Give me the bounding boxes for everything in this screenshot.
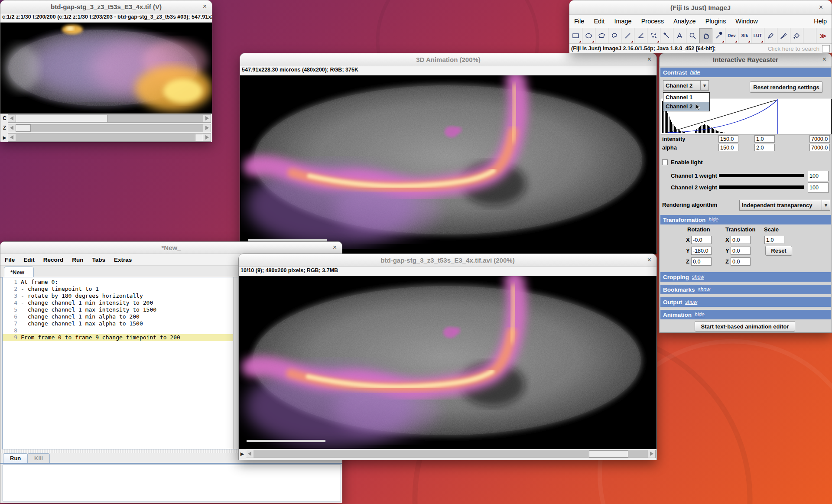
code-line[interactable]: 2- change timepoint to 1 <box>3 286 238 293</box>
pencil-tool[interactable] <box>764 28 777 43</box>
search-input[interactable]: Click here to search <box>768 46 819 52</box>
channel-2-option-selected[interactable]: Channel 2 <box>663 102 709 111</box>
scale-field[interactable]: 1.0 <box>764 236 784 244</box>
frame-scroll-track[interactable] <box>254 450 648 458</box>
rendering-algorithm-dropdown[interactable]: Independent transparency ▾ <box>739 200 830 211</box>
menu-help[interactable]: Help <box>809 18 832 25</box>
oval-tool[interactable] <box>582 28 595 43</box>
channel-1-option[interactable]: Channel 1 <box>663 93 709 102</box>
lut-tool[interactable]: LUT <box>751 28 764 43</box>
menu-image[interactable]: Image <box>609 18 636 25</box>
render-canvas[interactable] <box>240 75 656 254</box>
close-icon[interactable]: × <box>822 55 826 64</box>
time-scroll-track[interactable] <box>16 134 203 141</box>
rotation-z-field[interactable]: 0.0 <box>691 257 712 266</box>
rotation-x-field[interactable]: -0.0 <box>691 236 712 244</box>
close-icon[interactable]: × <box>203 2 207 11</box>
code-line[interactable]: 3- rotate by 180 degrees horizontally <box>3 293 238 299</box>
intensity-min-field[interactable]: 150.0 <box>718 135 738 143</box>
intensity-max-field[interactable]: 7000.0 <box>809 135 830 143</box>
code-line[interactable]: 4- change channel 1 min intensity to 200 <box>3 299 238 306</box>
time-scrollbar[interactable] <box>8 133 211 142</box>
reset-rendering-button[interactable]: Reset rendering settings <box>750 81 823 93</box>
translation-z-field[interactable]: 0.0 <box>731 257 751 266</box>
avi-titlebar[interactable]: btd-gap-stg_3_z3_t53s_E3_4x.tif.avi (200… <box>239 254 656 267</box>
menu-tabs[interactable]: Tabs <box>88 257 110 263</box>
zoom-tool[interactable] <box>686 28 699 43</box>
close-icon[interactable]: × <box>647 55 651 64</box>
scroll-left-icon[interactable] <box>8 124 16 132</box>
z-scroll-track[interactable] <box>16 124 203 132</box>
cropping-show-link[interactable]: show <box>692 274 704 280</box>
imagej-titlebar[interactable]: (Fiji Is Just) ImageJ × <box>569 0 832 15</box>
code-line[interactable]: 8 <box>3 327 238 334</box>
menu-file[interactable]: File <box>569 18 589 25</box>
channel1-weight-field[interactable]: 100 <box>808 171 829 181</box>
channel2-weight-slider[interactable] <box>719 185 804 189</box>
movie-canvas[interactable] <box>239 276 656 449</box>
color-picker-tool[interactable] <box>712 28 725 43</box>
alpha-min-field[interactable]: 150.0 <box>718 144 738 151</box>
frame-scrollbar[interactable] <box>246 450 656 458</box>
scroll-left-icon[interactable] <box>246 450 254 458</box>
menu-process[interactable]: Process <box>637 18 669 25</box>
z-scroll-thumb[interactable] <box>16 124 31 132</box>
menu-run[interactable]: Run <box>68 257 88 263</box>
menu-edit[interactable]: Edit <box>589 18 609 25</box>
code-line[interactable]: 6- change channel 1 min alpha to 200 <box>3 313 238 320</box>
freehand-tool[interactable] <box>608 28 621 43</box>
animation-3d-titlebar[interactable]: 3D Animation (200%) × <box>240 53 656 66</box>
flood-fill-tool[interactable] <box>790 28 803 43</box>
channel1-weight-slider[interactable] <box>719 174 804 177</box>
animation-hide-link[interactable]: hide <box>695 312 705 318</box>
scroll-left-icon[interactable] <box>8 115 16 122</box>
menu-plugins[interactable]: Plugins <box>701 18 731 25</box>
hand-tool-selected[interactable] <box>699 28 712 43</box>
run-tab[interactable]: Run <box>3 453 28 463</box>
output-show-link[interactable]: show <box>685 299 697 305</box>
editor-output-panel[interactable] <box>3 465 341 501</box>
scroll-right-icon[interactable] <box>648 450 655 458</box>
menu-edit[interactable]: Edit <box>19 257 39 263</box>
tab-new[interactable]: *New_ <box>4 267 34 277</box>
time-scroll-thumb[interactable] <box>195 134 203 141</box>
scroll-right-icon[interactable] <box>203 124 211 132</box>
raycaster-titlebar[interactable]: Interactive Raycaster × <box>660 53 832 66</box>
frame-scroll-thumb[interactable] <box>589 450 628 458</box>
code-line-highlighted[interactable]: 9From frame 0 to frame 9 change timepoin… <box>3 334 238 341</box>
dev-tool[interactable]: Dev <box>725 28 738 43</box>
close-icon[interactable]: × <box>647 256 651 264</box>
line-tool[interactable] <box>621 28 634 43</box>
angle-tool[interactable] <box>634 28 647 43</box>
close-icon[interactable]: × <box>819 3 823 12</box>
stack-tool[interactable]: Stk <box>738 28 751 43</box>
menu-window[interactable]: Window <box>731 18 763 25</box>
channel-scroll-thumb[interactable] <box>16 115 107 122</box>
enable-light-checkbox[interactable] <box>662 159 668 165</box>
code-line[interactable]: 5- change channel 1 max intensity to 150… <box>3 306 238 313</box>
menu-analyze[interactable]: Analyze <box>669 18 701 25</box>
translation-x-field[interactable]: 0.0 <box>731 236 751 244</box>
play-button[interactable]: ▶ <box>239 450 246 458</box>
rotation-y-field[interactable]: -180.0 <box>691 247 712 255</box>
tif-titlebar[interactable]: btd-gap-stg_3_z3_t53s_E3_4x.tif (V) × <box>0 0 212 13</box>
time-play-button[interactable]: ▶ <box>1 135 8 140</box>
editor-vertical-scrollbar[interactable] <box>233 277 238 449</box>
scroll-right-icon[interactable] <box>203 134 211 141</box>
alpha-max-field[interactable]: 7000.0 <box>809 144 830 151</box>
tif-canvas[interactable] <box>0 23 212 114</box>
menu-record[interactable]: Record <box>39 257 68 263</box>
paintbrush-tool[interactable] <box>777 28 790 43</box>
code-line[interactable]: 7- change channel 1 max alpha to 1500 <box>3 320 238 327</box>
point-tool[interactable] <box>647 28 660 43</box>
alpha-gamma-field[interactable]: 2.0 <box>754 144 775 151</box>
scroll-left-icon[interactable] <box>8 134 16 141</box>
close-icon[interactable]: × <box>333 243 337 252</box>
text-tool[interactable] <box>673 28 686 43</box>
channel-scrollbar[interactable] <box>8 114 211 123</box>
menu-extras[interactable]: Extras <box>110 257 136 263</box>
search-mini-box[interactable] <box>822 45 830 52</box>
start-animation-editor-button[interactable]: Start text-based animation editor <box>695 321 795 332</box>
bookmarks-show-link[interactable]: show <box>698 286 710 293</box>
channel-dropdown[interactable]: Channel 2 ▾ <box>663 80 709 91</box>
